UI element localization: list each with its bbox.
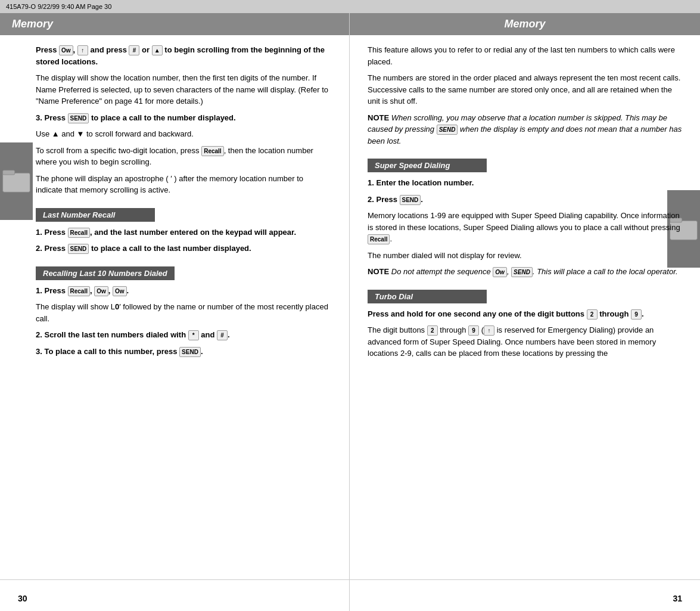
feature-para2: The numbers are stored in the order plac… bbox=[368, 72, 682, 107]
key-ow-note: Ow bbox=[493, 267, 507, 277]
key-recall-ss: Recall bbox=[368, 234, 390, 244]
folder-icon bbox=[0, 157, 33, 205]
ss-para1: Memory locations 1-99 are equipped with … bbox=[368, 210, 682, 245]
key-send-ss: SEND bbox=[400, 195, 421, 205]
key-up-turbo: ↑ bbox=[484, 325, 494, 336]
key-ow-2: Ow bbox=[94, 286, 108, 296]
turbo-bold-para: Press and hold for one second any one of… bbox=[368, 308, 682, 320]
apostrophe-para: The phone will display an apostrophe ( ′… bbox=[36, 173, 331, 196]
r10-step2: 2. Scroll the last ten numbers dialed wi… bbox=[36, 329, 331, 341]
key-send-2: SEND bbox=[68, 244, 89, 254]
note1: NOTE When scrolling, you may observe tha… bbox=[368, 112, 682, 147]
left-column: Memory Press Ow, ↑ and press # or ▲ to b… bbox=[0, 13, 350, 611]
step3: 3. Press SEND to place a call to the num… bbox=[36, 112, 331, 124]
key-star: * bbox=[188, 330, 199, 340]
last-number-recall-header: Last Number Recall bbox=[36, 208, 155, 222]
key-send-note2: SEND bbox=[511, 267, 533, 277]
use-para: Use ▲ and ▼ to scroll forward and backwa… bbox=[36, 128, 331, 140]
right-column: Memory This feature allows you to refer … bbox=[350, 13, 700, 611]
key-up: ▲ bbox=[152, 45, 163, 55]
key-send-1: SEND bbox=[68, 113, 89, 123]
ss-step2: 2. Press SEND. bbox=[368, 194, 682, 206]
feature-para1: This feature allows you to refer to or r… bbox=[368, 44, 682, 67]
ss-para2: The number dialed will not display for r… bbox=[368, 250, 682, 262]
left-content: Press Ow, ↑ and press # or ▲ to begin sc… bbox=[0, 35, 349, 579]
svg-rect-0 bbox=[3, 173, 30, 192]
key-up-arrow: ↑ bbox=[77, 45, 88, 55]
note2: NOTE Do not attempt the sequence Ow, SEN… bbox=[368, 266, 682, 278]
key-recall-3: Recall bbox=[68, 286, 90, 296]
lnr-step1: 1. Press Recall, and the last number ent… bbox=[36, 227, 331, 238]
top-header: 415A79-O 9/22/99 9:40 AM Page 30 bbox=[0, 0, 700, 13]
right-bottom-bar: 31 bbox=[350, 579, 700, 611]
key-ow-3: Ow bbox=[113, 286, 127, 296]
svg-rect-1 bbox=[3, 170, 15, 175]
turbo-para: The digit buttons 2 through 9 (↑ is rese… bbox=[368, 324, 682, 359]
r10-step3: 3. To place a call to this number, press… bbox=[36, 346, 331, 358]
key-2: 2 bbox=[587, 309, 598, 320]
right-page-number: 31 bbox=[673, 589, 682, 608]
key-hash: # bbox=[129, 45, 139, 55]
super-speed-header: Super Speed Dialing bbox=[368, 159, 487, 172]
key-9: 9 bbox=[631, 309, 642, 320]
lnr-step2: 2. Press SEND to place a call to the las… bbox=[36, 243, 331, 255]
right-title: Memory bbox=[350, 13, 700, 35]
scroll-para: To scroll from a specific two-digit loca… bbox=[36, 145, 331, 168]
left-bottom-bar: 30 bbox=[0, 579, 349, 611]
key-ow: Ow bbox=[59, 45, 73, 55]
r10-display: The display will show L0′ followed by th… bbox=[36, 301, 331, 324]
key-recall-2: Recall bbox=[68, 228, 90, 238]
right-content: This feature allows you to refer to or r… bbox=[350, 35, 700, 579]
left-folder-image bbox=[0, 142, 33, 220]
r10-step1: 1. Press Recall, Ow, Ow. bbox=[36, 285, 331, 297]
key-send-3: SEND bbox=[179, 347, 201, 357]
ss-step1: 1. Enter the location number. bbox=[368, 177, 682, 189]
turbo-dial-header: Turbo Dial bbox=[368, 290, 487, 303]
left-title: Memory bbox=[0, 13, 349, 35]
key-2-turbo: 2 bbox=[427, 325, 438, 336]
key-recall-1: Recall bbox=[201, 146, 223, 156]
key-hash-2: # bbox=[217, 330, 228, 340]
display-para: The display will show the location numbe… bbox=[36, 72, 331, 107]
key-send-note: SEND bbox=[437, 125, 458, 135]
intro-para: Press Ow, ↑ and press # or ▲ to begin sc… bbox=[36, 44, 331, 67]
key-9-turbo: 9 bbox=[468, 325, 479, 336]
left-page-number: 30 bbox=[18, 589, 27, 608]
recalling-header: Recalling Last 10 Numbers Dialed bbox=[36, 266, 175, 280]
